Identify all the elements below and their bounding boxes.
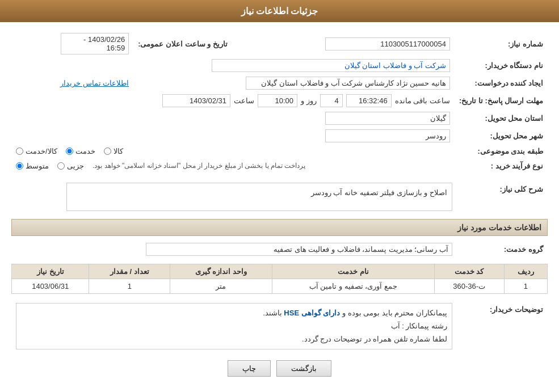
farayand-jozi-label: جزیی — [67, 162, 84, 170]
tabaqe-khedmat-label: خدمت — [75, 147, 95, 155]
tabaqe-kala-khedmat-label: کالا/خدمت — [26, 147, 57, 155]
tabaqe-khedmat-radio[interactable] — [66, 147, 73, 155]
shomare-niaz-field: 1103005117000054 — [325, 37, 450, 50]
shahr-value: رودسر — [11, 127, 455, 145]
navoe-farayand-note: پرداخت تمام یا بخشی از مبلغ خریدار از مح… — [93, 160, 305, 172]
tozihat-value: پیمانکاران محترم باید بومی بوده و دارای … — [11, 301, 457, 352]
goroh-table: گروه خدمت: آب رسانی؛ مدیریت پسماند، فاضل… — [11, 241, 548, 258]
tozihat-table: توضیحات خریدار: پیمانکاران محترم باید بو… — [11, 301, 548, 352]
etelaaat-link-cell: اطلاعات تماس خریدار — [11, 74, 133, 92]
mohlat-label: مهلت ارسال پاسخ: تا تاریخ: — [455, 92, 548, 109]
chap-button[interactable]: چاپ — [228, 360, 271, 377]
table-row: 1 ت-36-360 جمع آوری، تصفیه و تامین آب مت… — [12, 279, 548, 293]
mohlat-rooz-field: 4 — [320, 94, 343, 107]
farayand-motavasset-label: متوسط — [26, 162, 49, 170]
tozihat-highlight1: دارای گواهی HSE — [284, 309, 340, 317]
ostan-field: گیلان — [325, 112, 450, 125]
shahr-field: رودسر — [325, 129, 450, 142]
col-header-radif: ردیف — [504, 264, 547, 279]
tozihat-line1: پیمانکاران محترم باید بومی بوده و دارای … — [21, 306, 447, 319]
ostan-label: استان محل تحویل: — [455, 109, 548, 127]
cell-vahed: متر — [170, 279, 272, 293]
col-header-tedad: تعداد / مقدار — [89, 264, 170, 279]
mohlat-rooz-label: روز و — [301, 96, 317, 105]
sharh-field: اصلاح و بازسازی فیلتر تصفیه خانه آب رودس… — [66, 183, 452, 211]
tarikh-field: 1403/02/26 - 16:59 — [61, 33, 129, 54]
farayand-jozi-option[interactable]: جزیی — [57, 162, 84, 170]
tozihat-field: پیمانکاران محترم باید بومی بوده و دارای … — [16, 303, 452, 349]
buttons-row: بازگشت چاپ — [11, 360, 548, 388]
tabaqe-kala-radio[interactable] — [104, 147, 111, 155]
farayand-jozi-radio[interactable] — [57, 162, 65, 170]
etelaaat-link[interactable]: اطلاعات تماس خریدار — [60, 79, 129, 87]
tozihat-line2: رشته پیمانکار : آب — [21, 319, 447, 332]
services-table: ردیف کد خدمت نام خدمت واحد اندازه گیری ت… — [11, 264, 548, 294]
name-dastgah-label: نام دستگاه خریدار: — [455, 57, 548, 74]
tabaqe-label: طبقه بندی موضوعی: — [455, 145, 548, 158]
cell-radif: 1 — [504, 279, 547, 293]
farayand-motavasset-radio[interactable] — [16, 162, 23, 170]
tarikh-label: تاریخ و ساعت اعلان عمومی: — [133, 31, 245, 57]
tozihat-line3: لطفا شماره تلفن همراه در توضیحات درج گرد… — [21, 332, 447, 345]
page-header: جزئیات اطلاعات نیاز — [0, 0, 559, 22]
goroh-value: آب رسانی؛ مدیریت پسماند، فاضلاب و فعالیت… — [11, 241, 457, 258]
navoe-farayand-label: نوع فرآیند خرید : — [455, 158, 548, 175]
mohlat-date-field: 1403/02/31 — [162, 94, 230, 107]
goroh-field: آب رسانی؛ مدیریت پسماند، فاضلاب و فعالیت… — [146, 243, 452, 256]
ijad-konande-field: هانیه حسین نژاد کارشناس شرکت آب و فاضلاب… — [246, 77, 450, 90]
sharh-value: اصلاح و بازسازی فیلتر تصفیه خانه آب رودس… — [11, 180, 457, 213]
cell-name: جمع آوری، تصفیه و تامین آب — [272, 279, 434, 293]
page-title: جزئیات اطلاعات نیاز — [241, 6, 318, 16]
cell-kod: ت-36-360 — [434, 279, 504, 293]
farayand-motavasset-option[interactable]: متوسط — [16, 162, 49, 170]
shomare-niaz-value: 1103005117000054 — [245, 31, 455, 57]
sharh-table: شرح کلی نیاز: اصلاح و بازسازی فیلتر تصفی… — [11, 180, 548, 213]
col-header-tarikh: تاریخ نیاز — [12, 264, 89, 279]
col-header-vahed: واحد اندازه گیری — [170, 264, 272, 279]
col-header-kod: کد خدمت — [434, 264, 504, 279]
mohlat-row: 1403/02/31 ساعت 10:00 روز و 4 16:32:46 س… — [11, 92, 455, 109]
col-header-name: نام خدمت — [272, 264, 434, 279]
tarikh-value: 1403/02/26 - 16:59 — [11, 31, 133, 57]
tabaqe-kala-label: کالا — [114, 147, 123, 155]
ostan-value: گیلان — [11, 109, 455, 127]
shomare-niaz-label: شماره نیاز: — [455, 31, 548, 57]
cell-tarikh: 1403/06/31 — [12, 279, 89, 293]
tozihat-label: توضیحات خریدار: — [457, 301, 548, 352]
navoe-farayand-row: پرداخت تمام یا بخشی از مبلغ خریدار از مح… — [11, 158, 455, 175]
tabaqe-kala-khedmat-option[interactable]: کالا/خدمت — [16, 147, 57, 155]
cell-tedad: 1 — [89, 279, 170, 293]
goroh-label: گروه خدمت: — [457, 241, 548, 258]
tabaqe-kala-khedmat-radio[interactable] — [16, 147, 23, 155]
name-dastgah-field: شرکت آب و فاضلاب استان گیلان — [212, 59, 450, 72]
tabaqe-khedmat-option[interactable]: خدمت — [66, 147, 95, 155]
khadamat-section-header: اطلاعات خدمات مورد نیاز — [11, 219, 548, 236]
mohlat-baghimande-label: ساعت باقی مانده — [395, 96, 450, 105]
shahr-label: شهر محل تحویل: — [455, 127, 548, 145]
mohlat-countdown-field: 16:32:46 — [346, 94, 392, 107]
name-dastgah-value: شرکت آب و فاضلاب استان گیلان — [11, 57, 455, 74]
bazgasht-button[interactable]: بازگشت — [276, 360, 331, 377]
ijad-konande-value: هانیه حسین نژاد کارشناس شرکت آب و فاضلاب… — [133, 74, 455, 92]
mohlat-saat-field: 10:00 — [258, 94, 297, 107]
tabaqe-kala-option[interactable]: کالا — [104, 147, 123, 155]
sharh-label: شرح کلی نیاز: — [457, 180, 548, 213]
tabaqe-row: کالا خدمت کالا/خدمت — [11, 145, 455, 158]
mohlat-saat-label: ساعت — [234, 96, 254, 105]
info-table-1: شماره نیاز: 1103005117000054 تاریخ و ساع… — [11, 31, 548, 175]
ijad-konande-label: ایجاد کننده درخواست: — [455, 74, 548, 92]
